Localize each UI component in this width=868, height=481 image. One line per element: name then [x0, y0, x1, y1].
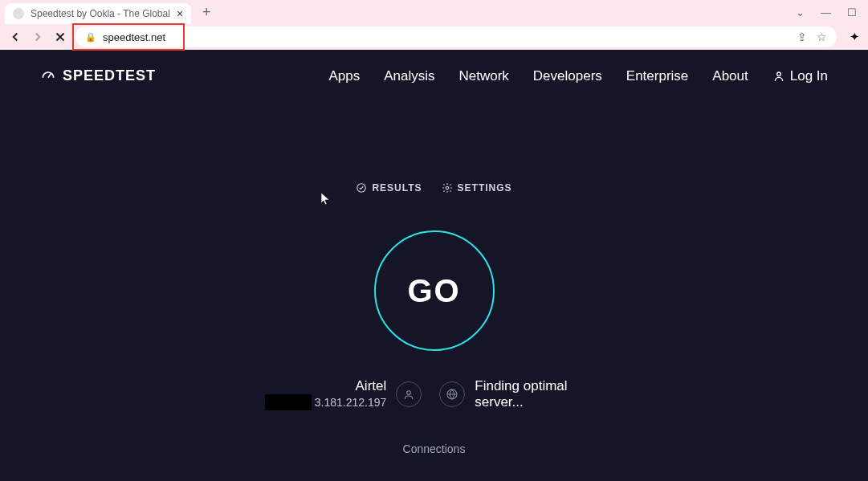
- client-icon-circle[interactable]: [396, 381, 422, 407]
- minimize-icon[interactable]: —: [821, 6, 831, 18]
- back-button[interactable]: [8, 30, 22, 44]
- main-nav: Apps Analysis Network Developers Enterpr…: [328, 68, 828, 84]
- tab-results[interactable]: RESULTS: [356, 182, 422, 194]
- isp-name: Airtel: [265, 378, 387, 394]
- settings-label: SETTINGS: [458, 182, 512, 194]
- globe-icon: [446, 388, 458, 401]
- ip-visible: 3.181.212.197: [315, 396, 387, 409]
- logo[interactable]: SPEEDTEST: [40, 67, 156, 84]
- favicon: [13, 8, 24, 19]
- user-icon: [402, 388, 415, 401]
- url-actions: ⇪ ☆: [797, 31, 827, 43]
- bookmark-icon[interactable]: ☆: [817, 31, 827, 43]
- extensions-icon[interactable]: ✦: [850, 30, 860, 44]
- browser-tabs-bar: Speedtest by Ookla - The Global × + ⌄ — …: [0, 0, 868, 24]
- nav-enterprise[interactable]: Enterprise: [626, 68, 688, 84]
- svg-point-1: [776, 72, 780, 76]
- new-tab-button[interactable]: +: [202, 4, 211, 21]
- client-info: Airtel 3.181.212.197: [265, 378, 422, 410]
- nav-analysis[interactable]: Analysis: [384, 68, 434, 84]
- ip-address: 3.181.212.197: [265, 394, 387, 410]
- svg-point-4: [407, 391, 411, 395]
- svg-line-0: [48, 73, 51, 77]
- server-info: Finding optimal server...: [439, 378, 603, 410]
- nav-developers[interactable]: Developers: [533, 68, 602, 84]
- main-content: RESULTS SETTINGS GO Airtel 3.181.212.197: [0, 102, 868, 455]
- close-tab-icon[interactable]: ×: [177, 7, 183, 20]
- login-link[interactable]: Log In: [772, 68, 828, 84]
- nav-network[interactable]: Network: [458, 68, 508, 84]
- result-tabs: RESULTS SETTINGS: [356, 182, 511, 194]
- tab-settings[interactable]: SETTINGS: [442, 182, 512, 194]
- nav-apps[interactable]: Apps: [328, 68, 360, 84]
- browser-nav-bar: 🔒 speedtest.net ⇪ ☆ ✦: [0, 24, 868, 50]
- user-icon: [772, 70, 785, 83]
- results-label: RESULTS: [372, 182, 422, 194]
- go-label: GO: [407, 273, 460, 309]
- lock-icon: 🔒: [85, 32, 96, 43]
- site-header: SPEEDTEST Apps Analysis Network Develope…: [0, 50, 868, 102]
- server-status: Finding optimal server...: [475, 378, 603, 410]
- nav-about[interactable]: About: [712, 68, 748, 84]
- window-controls: ⌄ — ☐: [796, 6, 863, 18]
- gear-icon: [442, 182, 453, 194]
- page-content: SPEEDTEST Apps Analysis Network Develope…: [0, 50, 868, 481]
- maximize-icon[interactable]: ☐: [847, 6, 857, 18]
- check-circle-icon: [356, 182, 367, 194]
- info-row: Airtel 3.181.212.197 Finding optimal ser…: [265, 378, 604, 410]
- share-icon[interactable]: ⇪: [797, 31, 807, 43]
- ip-redacted: [265, 394, 312, 410]
- url-text: speedtest.net: [103, 31, 165, 43]
- connections-label: Connections: [403, 442, 466, 455]
- logo-text: SPEEDTEST: [63, 67, 156, 84]
- browser-tab[interactable]: Speedtest by Ookla - The Global ×: [5, 3, 191, 24]
- gauge-icon: [40, 68, 56, 84]
- address-bar[interactable]: 🔒 speedtest.net ⇪ ☆: [75, 26, 837, 47]
- stop-button[interactable]: [53, 30, 67, 44]
- server-icon-circle[interactable]: [439, 381, 465, 407]
- svg-point-3: [446, 186, 449, 190]
- window-dropdown-icon[interactable]: ⌄: [796, 6, 805, 18]
- forward-button[interactable]: [31, 30, 45, 44]
- tab-title: Speedtest by Ookla - The Global: [31, 8, 170, 19]
- go-button[interactable]: GO: [374, 230, 495, 351]
- login-label: Log In: [790, 68, 828, 84]
